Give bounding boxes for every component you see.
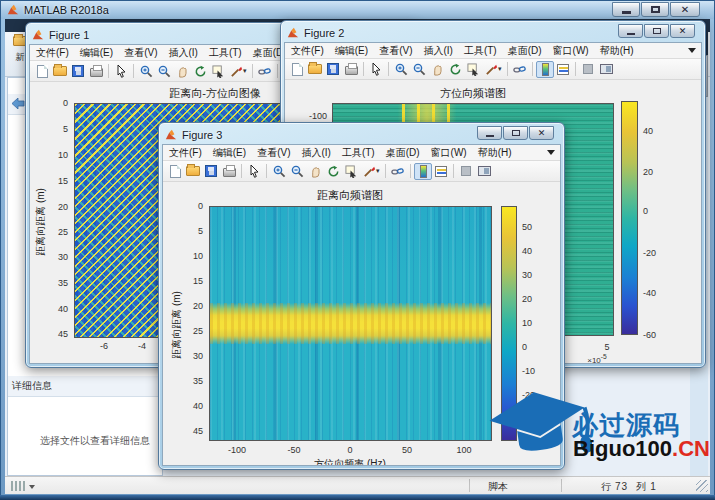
xtick: -50 — [287, 445, 300, 455]
save-icon[interactable] — [324, 61, 342, 78]
show-plot-tools-icon[interactable] — [597, 61, 615, 78]
new-file-icon[interactable] — [33, 63, 51, 80]
open-file-icon[interactable] — [306, 61, 324, 78]
zoom-out-icon[interactable] — [410, 61, 428, 78]
link-plot-icon[interactable] — [389, 163, 407, 180]
link-plot-icon[interactable] — [511, 61, 529, 78]
data-cursor-icon[interactable] — [209, 63, 227, 80]
ytick: 35 — [42, 278, 68, 288]
menu-window[interactable]: 窗口(W) — [431, 146, 467, 160]
rotate-3d-icon[interactable] — [446, 61, 464, 78]
zoom-out-icon[interactable] — [288, 163, 306, 180]
brush-dropdown-icon[interactable]: ▾ — [376, 167, 382, 175]
pan-icon[interactable] — [173, 63, 191, 80]
menu-help[interactable]: 帮助(H) — [478, 146, 512, 160]
figure2-restore-button[interactable] — [644, 24, 669, 38]
resize-grip[interactable] — [696, 480, 708, 492]
menu-overflow-icon[interactable] — [688, 48, 696, 53]
print-icon[interactable] — [220, 163, 238, 180]
figure3-yellow-band — [210, 303, 491, 345]
figure1-title: Figure 1 — [49, 29, 89, 41]
new-file-icon[interactable] — [166, 163, 184, 180]
colorbar-tick: 40 — [643, 126, 653, 136]
figure3-title: Figure 3 — [182, 129, 222, 141]
menu-overflow-icon[interactable] — [547, 150, 555, 155]
menu-edit[interactable]: 编辑(E) — [80, 46, 113, 60]
rotate-3d-icon[interactable] — [324, 163, 342, 180]
show-plot-tools-icon[interactable] — [475, 163, 493, 180]
menu-insert[interactable]: 插入(I) — [301, 146, 330, 160]
ytick: 0 — [177, 201, 203, 211]
back-arrow-icon[interactable] — [12, 98, 25, 109]
xtick: -100 — [228, 445, 246, 455]
menu-tools[interactable]: 工具(T) — [209, 46, 242, 60]
data-cursor-icon[interactable] — [464, 61, 482, 78]
statusbar-grip-icon[interactable] — [11, 481, 26, 491]
menu-view[interactable]: 查看(V) — [124, 46, 157, 60]
figure3-minimize-button[interactable] — [477, 126, 502, 140]
menu-file[interactable]: 文件(F) — [169, 146, 202, 160]
matlab-figure-icon — [32, 29, 44, 41]
ytick: -100 — [301, 111, 327, 121]
print-icon[interactable] — [342, 61, 360, 78]
insert-colorbar-icon[interactable] — [536, 61, 554, 78]
menu-file[interactable]: 文件(F) — [36, 46, 69, 60]
statusbar-separator — [561, 479, 562, 492]
figure2-menubar: 文件(F) 编辑(E) 查看(V) 插入(I) 工具(T) 桌面(D) 窗口(W… — [285, 43, 701, 59]
brush-dropdown-icon[interactable]: ▾ — [498, 65, 504, 73]
brush-dropdown-icon[interactable]: ▾ — [243, 67, 249, 75]
figure2-titlebar[interactable]: Figure 2 ✕ — [284, 24, 702, 42]
new-file-icon[interactable] — [288, 61, 306, 78]
figure1-ylabel: 距离向距离 (m) — [34, 188, 48, 256]
figure3-close-button[interactable]: ✕ — [529, 126, 554, 140]
menu-help[interactable]: 帮助(H) — [600, 44, 634, 58]
pointer-icon[interactable] — [367, 61, 385, 78]
open-file-icon[interactable] — [184, 163, 202, 180]
figure3-titlebar[interactable]: Figure 3 ✕ — [162, 126, 561, 144]
pointer-icon[interactable] — [245, 163, 263, 180]
menu-view[interactable]: 查看(V) — [257, 146, 290, 160]
menu-tools[interactable]: 工具(T) — [464, 44, 497, 58]
statusbar-caret-icon[interactable] — [29, 485, 35, 489]
hide-plot-tools-icon[interactable] — [457, 163, 475, 180]
main-titlebar[interactable]: MATLAB R2018a ✕ — [1, 1, 714, 19]
menu-desktop[interactable]: 桌面(D) — [508, 44, 542, 58]
menu-insert[interactable]: 插入(I) — [168, 46, 197, 60]
insert-colorbar-icon[interactable] — [414, 163, 432, 180]
insert-legend-icon[interactable] — [432, 163, 450, 180]
pan-icon[interactable] — [428, 61, 446, 78]
rotate-3d-icon[interactable] — [191, 63, 209, 80]
menu-insert[interactable]: 插入(I) — [423, 44, 452, 58]
details-header[interactable]: 详细信息 — [8, 376, 162, 397]
main-maximize-button[interactable] — [641, 2, 669, 17]
zoom-in-icon[interactable] — [270, 163, 288, 180]
watermark-latin-text: Biguo100.CN — [573, 436, 710, 462]
open-file-icon[interactable] — [51, 63, 69, 80]
figure3-restore-button[interactable] — [503, 126, 528, 140]
print-icon[interactable] — [87, 63, 105, 80]
zoom-out-icon[interactable] — [155, 63, 173, 80]
figure2-minimize-button[interactable] — [618, 24, 643, 38]
figure2-plot-title: 方位向频谱图 — [440, 86, 506, 101]
menu-desktop[interactable]: 桌面(D) — [386, 146, 420, 160]
menu-window[interactable]: 窗口(W) — [553, 44, 589, 58]
link-plot-icon[interactable] — [256, 63, 274, 80]
save-icon[interactable] — [69, 63, 87, 80]
data-cursor-icon[interactable] — [342, 163, 360, 180]
zoom-in-icon[interactable] — [392, 61, 410, 78]
zoom-in-icon[interactable] — [137, 63, 155, 80]
ytick: 45 — [177, 426, 203, 436]
main-close-button[interactable]: ✕ — [670, 2, 700, 17]
menu-edit[interactable]: 编辑(E) — [213, 146, 246, 160]
menu-tools[interactable]: 工具(T) — [342, 146, 375, 160]
figure2-close-button[interactable]: ✕ — [670, 24, 695, 38]
menu-view[interactable]: 查看(V) — [379, 44, 412, 58]
pan-icon[interactable] — [306, 163, 324, 180]
main-minimize-button[interactable] — [612, 2, 640, 17]
save-icon[interactable] — [202, 163, 220, 180]
hide-plot-tools-icon[interactable] — [579, 61, 597, 78]
pointer-icon[interactable] — [112, 63, 130, 80]
insert-legend-icon[interactable] — [554, 61, 572, 78]
menu-edit[interactable]: 编辑(E) — [335, 44, 368, 58]
menu-file[interactable]: 文件(F) — [291, 44, 324, 58]
